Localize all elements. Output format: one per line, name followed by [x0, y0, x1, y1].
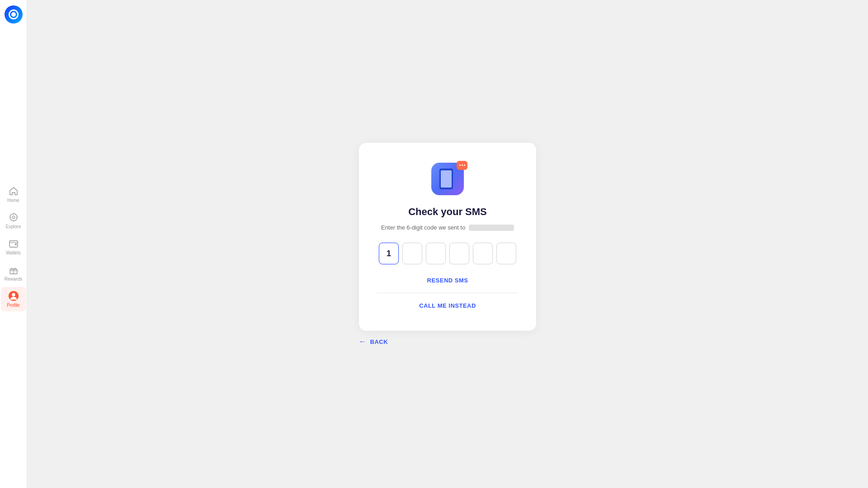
resend-sms-button[interactable]: RESEND SMS [427, 277, 468, 284]
sidebar-item-home-label: Home [7, 198, 19, 203]
otp-digit-4[interactable] [449, 243, 469, 264]
home-icon [8, 186, 19, 197]
subtitle-text: Enter the 6-digit code we sent to [381, 224, 465, 231]
sidebar-item-wallets-label: Wallets [6, 250, 20, 255]
sidebar: Home Explore [0, 0, 27, 488]
rewards-icon [8, 264, 19, 275]
sidebar-item-profile[interactable]: Profile [1, 287, 26, 311]
otp-input-group [379, 243, 516, 264]
svg-point-1 [12, 216, 15, 219]
card-divider [377, 293, 518, 293]
wallets-icon [8, 238, 19, 249]
profile-icon [8, 291, 19, 301]
otp-digit-3[interactable] [426, 243, 446, 264]
svg-rect-7 [15, 244, 17, 245]
sidebar-item-explore[interactable]: Explore [1, 208, 26, 233]
explore-icon [8, 212, 19, 223]
back-label: BACK [370, 338, 388, 345]
card-title: Check your SMS [408, 206, 487, 218]
otp-digit-5[interactable] [473, 243, 493, 264]
back-arrow-icon: ← [359, 338, 367, 345]
app-logo[interactable] [5, 5, 23, 23]
sidebar-item-profile-label: Profile [7, 303, 19, 308]
sms-verification-card: Check your SMS Enter the 6-digit code we… [359, 143, 536, 331]
sidebar-item-explore-label: Explore [6, 224, 21, 229]
content-wrapper: Check your SMS Enter the 6-digit code we… [359, 143, 536, 346]
main-content: Check your SMS Enter the 6-digit code we… [27, 0, 868, 488]
sms-illustration [429, 161, 466, 197]
sidebar-nav: Home Explore [1, 182, 26, 338]
sidebar-item-rewards[interactable]: Rewards [1, 261, 26, 285]
svg-point-0 [10, 214, 17, 221]
otp-digit-1[interactable] [379, 243, 399, 264]
otp-digit-6[interactable] [496, 243, 516, 264]
otp-digit-2[interactable] [402, 243, 422, 264]
phone-masked [469, 225, 514, 231]
sidebar-item-wallets[interactable]: Wallets [1, 235, 26, 259]
sidebar-item-home[interactable]: Home [1, 182, 26, 206]
back-button[interactable]: ← BACK [359, 338, 388, 345]
card-subtitle: Enter the 6-digit code we sent to [381, 223, 514, 232]
svg-point-11 [12, 293, 15, 296]
call-instead-button[interactable]: CALL ME INSTEAD [419, 302, 476, 309]
sidebar-item-rewards-label: Rewards [5, 277, 22, 282]
